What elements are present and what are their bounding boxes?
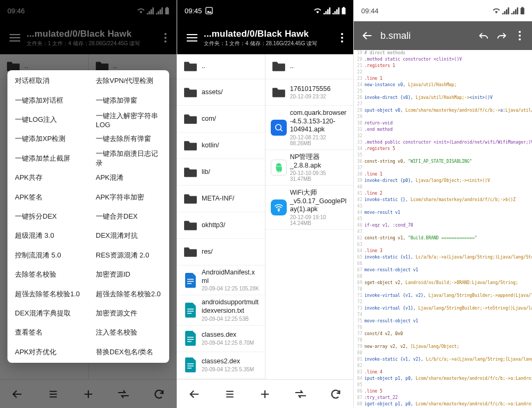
row-name: WiFi大师_v5.0.17_GooglePlay(1).apk bbox=[290, 189, 348, 214]
line-number: 79 bbox=[354, 344, 364, 350]
menu-button[interactable] bbox=[184, 29, 201, 46]
file-row[interactable]: classes.dex20-09-04 12:25 8.70M bbox=[177, 326, 265, 352]
code-line: 22 bbox=[354, 69, 532, 76]
folder-icon bbox=[181, 137, 200, 155]
row-name: .. bbox=[290, 62, 348, 71]
file-row[interactable]: WiFi大师_v5.0.17_GooglePlay(1).apk20-12-09… bbox=[265, 186, 353, 230]
line-number: 80 bbox=[354, 350, 364, 356]
file-icon bbox=[181, 271, 200, 289]
code-line: 67move-result-object v1 bbox=[354, 267, 532, 273]
dialog-item[interactable]: 去除VPN/代理检测 bbox=[88, 71, 169, 90]
dialog-item[interactable]: 一键添加弹窗 bbox=[88, 90, 169, 110]
dialog-item[interactable]: APK对齐优化 bbox=[7, 343, 88, 362]
dialog-item[interactable]: 一键添加XP检测 bbox=[7, 129, 88, 148]
folder-icon bbox=[270, 57, 288, 76]
line-content: invoke-direct {v0}, Ljava/util/HashMap;-… bbox=[364, 95, 532, 101]
dialog-item[interactable]: 注入签名校验 bbox=[88, 323, 169, 342]
dialog-item[interactable]: 一键添加崩溃日志记录 bbox=[88, 149, 169, 168]
code-view[interactable]: 19# direct methods20.method static const… bbox=[354, 50, 532, 408]
redo-button[interactable] bbox=[493, 27, 511, 45]
status-time: 09:44 bbox=[361, 7, 379, 15]
more-button[interactable] bbox=[511, 27, 529, 45]
dialog-item[interactable]: 一键注入解密字符串LOG bbox=[88, 110, 169, 129]
more-vert-icon bbox=[519, 31, 521, 40]
line-content: if-eqz v1, :cond_78 bbox=[364, 222, 532, 229]
code-line: 32 bbox=[354, 133, 532, 139]
folder-row[interactable]: lib/ bbox=[177, 159, 265, 186]
dialog-item[interactable]: DEX混淆字典提取 bbox=[7, 304, 88, 323]
dialog-item[interactable]: DEX混淆对抗 bbox=[88, 226, 169, 245]
line-number: 76 bbox=[354, 324, 364, 331]
status-bar: 09:45 bbox=[177, 0, 353, 21]
dialog-item[interactable]: 一键添加对话框 bbox=[7, 90, 88, 110]
editor-title: b.smali bbox=[380, 30, 475, 41]
dialog-item[interactable]: APK字符串加密 bbox=[88, 187, 169, 206]
dialog-item[interactable]: 加密资源ID bbox=[88, 265, 169, 284]
dialog-item[interactable]: 对话框取消 bbox=[7, 71, 88, 90]
file-row[interactable]: classes2.dex20-09-04 12:25 5.35M bbox=[177, 352, 265, 379]
dialog-item[interactable]: 超级混淆 3.0 bbox=[7, 226, 88, 245]
line-number: 73 bbox=[354, 305, 364, 312]
dialog-item[interactable]: 超强去除签名校验1.0 bbox=[7, 284, 88, 303]
code-line: 79new-array v2, v2, [Ljava/lang/Object; bbox=[354, 344, 532, 350]
parent-row[interactable]: .. bbox=[177, 54, 265, 79]
dialog-item[interactable]: 一键LOG注入 bbox=[7, 110, 88, 129]
dialog-item[interactable]: 控制流混淆 5.0 bbox=[7, 246, 88, 265]
line-number: 36 bbox=[354, 159, 364, 165]
dialog-item[interactable]: RES资源混淆 2.0 bbox=[88, 246, 169, 265]
dialog-item[interactable]: 一键合并DEX bbox=[88, 207, 169, 226]
line-content bbox=[364, 261, 532, 267]
dialog-item[interactable]: 一键去除所有弹窗 bbox=[88, 129, 169, 148]
nav-add[interactable] bbox=[254, 384, 276, 405]
undo-button[interactable] bbox=[475, 27, 493, 45]
apk-icon bbox=[270, 159, 288, 177]
line-content: new-array v2, v2, [Ljava/lang/Object; bbox=[364, 344, 532, 350]
app-bar: ...mulated/0/Black Hawk 文件夹：1 文件：4 储存：28… bbox=[177, 21, 353, 54]
nav-swap[interactable] bbox=[290, 384, 311, 405]
dialog-item[interactable]: 加密资源文件 bbox=[88, 304, 169, 323]
dialog-item[interactable]: 去除签名校验 bbox=[7, 265, 88, 284]
line-number: 81 bbox=[354, 356, 364, 363]
line-content: .line 5 bbox=[364, 388, 532, 395]
folder-row[interactable]: kotlin/ bbox=[177, 132, 265, 159]
line-content: .line 4 bbox=[364, 369, 532, 376]
dialog-item[interactable]: APK共存 bbox=[7, 168, 88, 187]
line-content bbox=[364, 242, 532, 248]
line-content: new-instance v0, Ljava/util/HashMap; bbox=[364, 82, 532, 88]
dialog-item[interactable]: 替换DEX包名/类名 bbox=[88, 343, 169, 362]
line-number: 86 bbox=[354, 388, 364, 395]
line-content: invoke-static {}, Lcom/share/masterkey/a… bbox=[364, 197, 532, 203]
arrow-left-icon bbox=[362, 30, 373, 41]
appbar-title-block: ...mulated/0/Black Hawk 文件夹：1 文件：4 储存：28… bbox=[204, 29, 334, 47]
row-name: lib/ bbox=[202, 168, 260, 177]
file-row[interactable]: NP管理器_2.8.8.apk20-12-10 09:35 31.47MB bbox=[265, 150, 353, 186]
back-button[interactable] bbox=[359, 27, 376, 44]
dialog-item[interactable]: APK签名 bbox=[7, 187, 88, 206]
file-row[interactable]: com.quark.browser-4.5.3.153-120-104941.a… bbox=[265, 106, 353, 150]
code-line: 82 bbox=[354, 363, 532, 369]
file-row[interactable]: androidsupportmultidexversion.txt20-09-0… bbox=[177, 295, 265, 325]
line-content: const/4 v2, 0x0 bbox=[364, 331, 532, 337]
dialog-item[interactable]: 超强去除签名校验2.0 bbox=[88, 284, 169, 303]
parent-row[interactable]: .. bbox=[265, 54, 353, 79]
folder-row[interactable]: 1761017555620-12-09 23:32 bbox=[265, 79, 353, 106]
line-content bbox=[364, 382, 532, 388]
nav-back[interactable] bbox=[184, 384, 205, 405]
folder-row[interactable]: META-INF/ bbox=[177, 186, 265, 212]
dialog-item[interactable]: 一键添加禁止截屏 bbox=[7, 149, 88, 168]
folder-row[interactable]: okhttp3/ bbox=[177, 212, 265, 239]
line-content: .line 1 bbox=[364, 76, 532, 82]
dialog-item[interactable]: 一键拆分DEX bbox=[7, 207, 88, 226]
folder-row[interactable]: assets/ bbox=[177, 79, 265, 106]
nav-list[interactable] bbox=[219, 384, 240, 405]
folder-row[interactable]: com/ bbox=[177, 106, 265, 132]
line-number: 42 bbox=[354, 197, 364, 203]
folder-row[interactable]: res/ bbox=[177, 239, 265, 265]
dialog-item[interactable]: APK混淆 bbox=[88, 168, 169, 187]
nav-refresh[interactable] bbox=[325, 384, 346, 405]
dialog-item[interactable]: 查看签名 bbox=[7, 323, 88, 342]
folder-icon bbox=[181, 243, 200, 261]
more-button[interactable] bbox=[334, 30, 350, 46]
appbar-subtitle: 文件夹：1 文件：4 储存：28.16G/224.45G 读写 bbox=[204, 40, 334, 47]
file-row[interactable]: AndroidManifest.xml20-09-04 12:25 105.28… bbox=[177, 265, 265, 295]
